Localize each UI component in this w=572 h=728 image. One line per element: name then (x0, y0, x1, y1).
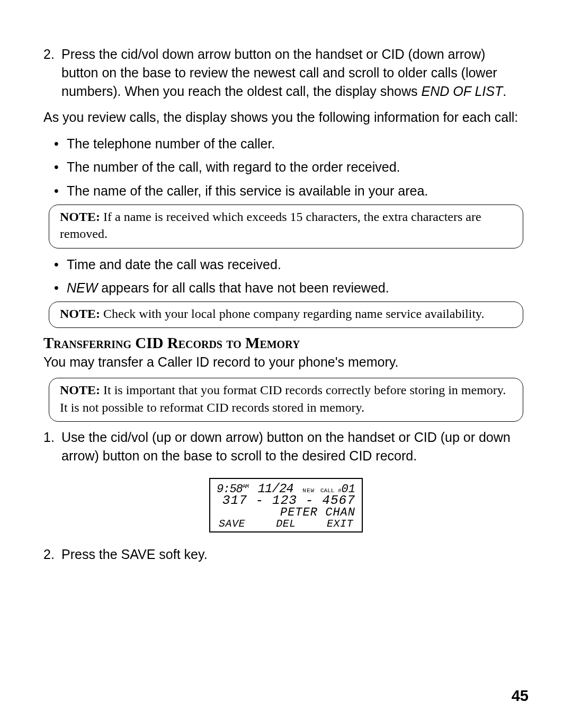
call-label: CALL # (320, 487, 342, 494)
softkey-del: DEL (276, 518, 296, 529)
note-label: NOTE: (60, 307, 100, 321)
note-text: Check with your local phone company rega… (100, 307, 485, 321)
text: . (503, 84, 506, 99)
note-label: NOTE: (60, 383, 100, 397)
note-box: NOTE: If a name is received which exceed… (49, 205, 523, 248)
bullet-text: NEW appears for all calls that have not … (67, 278, 528, 297)
bullet-icon: • (54, 278, 67, 297)
bullet-icon: • (54, 157, 67, 176)
bullet-icon: • (54, 134, 67, 153)
list-item: •The number of the call, with regard to … (54, 157, 529, 176)
list-item: •Time and date the call was received. (54, 255, 529, 274)
lcd-caller-name: PETER CHAN (217, 507, 355, 519)
step-number: 2. (43, 545, 61, 564)
page-number: 45 (512, 687, 529, 705)
note-text: If a name is received which exceeds 15 c… (60, 210, 481, 241)
bullet-text: The telephone number of the caller. (67, 134, 528, 153)
step-item-2: 2.Press the cid/vol down arrow button on… (43, 45, 529, 101)
list-item: •NEW appears for all calls that have not… (54, 278, 529, 297)
step-item-2b: 2.Press the SAVE soft key. (43, 545, 529, 564)
bullet-text: The name of the caller, if this service … (67, 181, 528, 200)
step-number: 2. (43, 45, 61, 64)
lcd-softkey-row: SAVE DEL EXIT (217, 518, 355, 529)
review-intro-paragraph: As you review calls, the display shows y… (43, 108, 529, 127)
step-body: Press the SAVE soft key. (61, 545, 522, 564)
list-item: •The name of the caller, if this service… (54, 181, 529, 200)
note-label: NOTE: (60, 210, 100, 224)
lcd-display-illustration: 9:58AM 11/24 NEW CALL #01 317 - 123 - 45… (209, 478, 363, 532)
bullet-icon: • (54, 181, 67, 200)
step-body: Use the cid/vol (up or down arrow) butto… (61, 428, 522, 465)
note-box: NOTE: It is important that you format CI… (49, 378, 523, 422)
new-label: NEW (302, 487, 315, 494)
bullet-text: Time and date the call was received. (67, 255, 528, 274)
softkey-save: SAVE (219, 518, 245, 529)
step-body: Press the cid/vol down arrow button on t… (61, 45, 522, 101)
heading-subtext: You may transfer a Caller ID record to y… (43, 353, 529, 371)
bullet-text: The number of the call, with regard to t… (67, 157, 528, 176)
text: appears for all calls that have not been… (97, 280, 389, 295)
step-item-1: 1.Use the cid/vol (up or down arrow) but… (43, 428, 529, 465)
list-item: •The telephone number of the caller. (54, 134, 529, 153)
softkey-exit: EXIT (327, 518, 353, 529)
italic-phrase: NEW (67, 280, 97, 295)
bullet-icon: • (54, 255, 67, 274)
note-text: It is important that you format CID reco… (60, 383, 506, 414)
ampm: AM (243, 483, 248, 490)
section-heading: Transferring CID Records to Memory (43, 334, 529, 352)
step-number: 1. (43, 428, 61, 447)
note-box: NOTE: Check with your local phone compan… (49, 301, 523, 328)
italic-phrase: END OF LIST (422, 84, 503, 99)
